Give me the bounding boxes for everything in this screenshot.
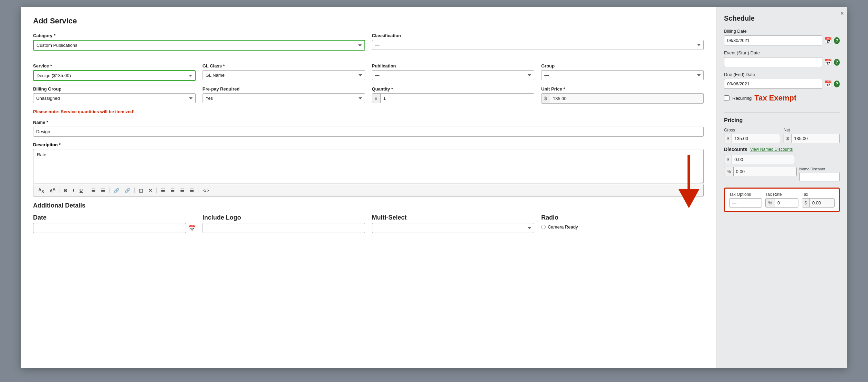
toolbar-btn-underline[interactable]: U: [78, 187, 84, 194]
discount-dollar-input[interactable]: [732, 155, 795, 164]
classification-select[interactable]: —: [372, 40, 704, 50]
due-end-group: Due (End) Date 📅 ?: [724, 72, 840, 89]
toolbar-btn-align-left[interactable]: ☰: [159, 187, 166, 194]
due-end-help-icon[interactable]: ?: [834, 81, 840, 87]
unit-price-input[interactable]: [550, 94, 703, 103]
event-date-help-icon[interactable]: ?: [834, 59, 840, 66]
radio-label: Radio: [541, 214, 704, 221]
tax-rate-col: Tax Rate %: [765, 192, 798, 208]
publication-select[interactable]: —: [372, 70, 535, 80]
billing-date-group: Billing Date 📅 ?: [724, 29, 840, 45]
tax-options-col: Tax Options —: [729, 192, 762, 208]
tax-label: Tax: [802, 192, 835, 197]
gl-class-group: GL Class * GL Name: [203, 63, 365, 81]
billing-date-input[interactable]: [724, 35, 822, 45]
toolbar-sep-5: [156, 188, 157, 193]
date-label: Date: [33, 214, 196, 221]
note-body: Service quantities will be itemized!: [61, 109, 135, 114]
description-textarea[interactable]: Rate: [33, 149, 704, 183]
toolbar-btn-align-right[interactable]: ☰: [179, 187, 186, 194]
multi-select-group: Multi-Select: [372, 214, 535, 233]
discount-pct-input[interactable]: [734, 167, 796, 176]
net-label: Net: [784, 128, 840, 132]
tax-options-select[interactable]: —: [730, 199, 762, 207]
billing-date-label: Billing Date: [724, 29, 840, 34]
toolbar-btn-ul[interactable]: ☰: [100, 187, 106, 194]
right-panel: Schedule Billing Date 📅 ? Event (Start) …: [716, 7, 847, 368]
toolbar-btn-unlink[interactable]: 🔗: [123, 187, 132, 194]
modal-overlay: × Add Service Category * Custom Publicat…: [0, 0, 868, 382]
name-input[interactable]: [33, 127, 704, 137]
quantity-prefix: #: [372, 94, 381, 103]
discount-pct-col: %: [724, 167, 797, 181]
toolbar-btn-align-center[interactable]: ☰: [169, 187, 176, 194]
billing-date-help-icon[interactable]: ?: [834, 37, 840, 44]
unit-price-prefix: $: [541, 94, 550, 103]
due-end-calendar-icon[interactable]: 📅: [824, 80, 832, 88]
classification-group: Classification —: [372, 33, 704, 51]
billing-date-row: 📅 ?: [724, 35, 840, 45]
service-label: Service *: [33, 63, 196, 68]
date-input[interactable]: [33, 223, 186, 233]
event-calendar-icon[interactable]: 📅: [824, 59, 832, 66]
toolbar-sep-3: [109, 188, 110, 193]
tax-rate-input[interactable]: [775, 199, 798, 207]
discount-pct-group: %: [724, 167, 797, 176]
gross-prefix: $: [724, 134, 732, 143]
toolbar-btn-italic[interactable]: I: [71, 187, 75, 194]
toolbar-btn-aa[interactable]: AA: [48, 187, 57, 194]
service-row: Service * Design ($135.00) GL Class * GL…: [33, 63, 704, 81]
include-logo-label: Include Logo: [203, 214, 365, 221]
toolbar-sep-6: [198, 188, 198, 193]
recurring-checkbox[interactable]: [724, 95, 730, 101]
tax-section: Tax Options — Tax Rate %: [724, 188, 840, 212]
view-named-discounts-link[interactable]: View Named Discounts: [750, 147, 793, 152]
radio-camera-ready-label: Camera Ready: [548, 224, 578, 230]
radio-camera-ready[interactable]: [541, 225, 546, 229]
include-logo-input[interactable]: [203, 223, 365, 233]
radio-options: Camera Ready: [541, 224, 704, 230]
recurring-label: Recurring: [732, 96, 752, 101]
tax-value-input[interactable]: [810, 199, 834, 207]
publication-label: Publication: [372, 63, 535, 68]
toolbar-btn-delete[interactable]: ✕: [147, 187, 154, 194]
publication-group: Publication —: [372, 63, 535, 81]
billing-calendar-icon[interactable]: 📅: [824, 37, 832, 44]
tax-rate-label: Tax Rate: [765, 192, 798, 197]
toolbar-sep-2: [87, 188, 87, 193]
due-end-input[interactable]: [724, 79, 822, 89]
event-start-label: Event (Start) Date: [724, 50, 840, 55]
group-group: Group —: [541, 63, 704, 81]
toolbar-btn-link[interactable]: 🔗: [112, 187, 121, 194]
group-select[interactable]: —: [541, 70, 704, 80]
additional-row: Date 📅 Include Logo Multi-Select: [33, 214, 704, 233]
category-select[interactable]: Custom Publications: [33, 40, 365, 51]
close-button[interactable]: ×: [840, 10, 844, 17]
event-start-input[interactable]: [724, 57, 822, 67]
tax-exempt-label: Tax Exempt: [754, 94, 796, 103]
date-calendar-icon[interactable]: 📅: [188, 224, 196, 232]
toolbar-btn-code[interactable]: </>: [201, 187, 210, 194]
tax-row: Tax Options — Tax Rate %: [729, 192, 835, 208]
gross-input[interactable]: [732, 134, 780, 143]
net-input[interactable]: [792, 134, 839, 143]
service-select[interactable]: Design ($135.00): [33, 70, 196, 81]
toolbar-btn-ax[interactable]: AX: [37, 187, 45, 194]
note-text: Please note: Service quantities will be …: [33, 109, 704, 114]
billing-row: Billing Group Unassigned Pre-pay Require…: [33, 86, 704, 104]
gross-col: Gross $: [724, 128, 780, 143]
discount-pct-prefix: %: [724, 167, 734, 176]
quantity-input[interactable]: [381, 94, 534, 103]
toolbar-btn-align-justify[interactable]: ☰: [188, 187, 195, 194]
multi-select-select[interactable]: [372, 223, 535, 233]
prepay-select[interactable]: Yes: [203, 93, 365, 103]
toolbar-btn-ol[interactable]: ☰: [90, 187, 97, 194]
toolbar-btn-table[interactable]: ◫: [137, 187, 144, 194]
prepay-label: Pre-pay Required: [203, 86, 365, 92]
billing-group-select[interactable]: Unassigned: [33, 93, 196, 103]
toolbar-btn-bold[interactable]: B: [63, 187, 69, 194]
category-label: Category *: [33, 33, 365, 38]
gl-class-select[interactable]: GL Name: [203, 70, 365, 80]
due-end-row: 📅 ?: [724, 79, 840, 89]
name-discount-select[interactable]: —: [799, 172, 840, 181]
